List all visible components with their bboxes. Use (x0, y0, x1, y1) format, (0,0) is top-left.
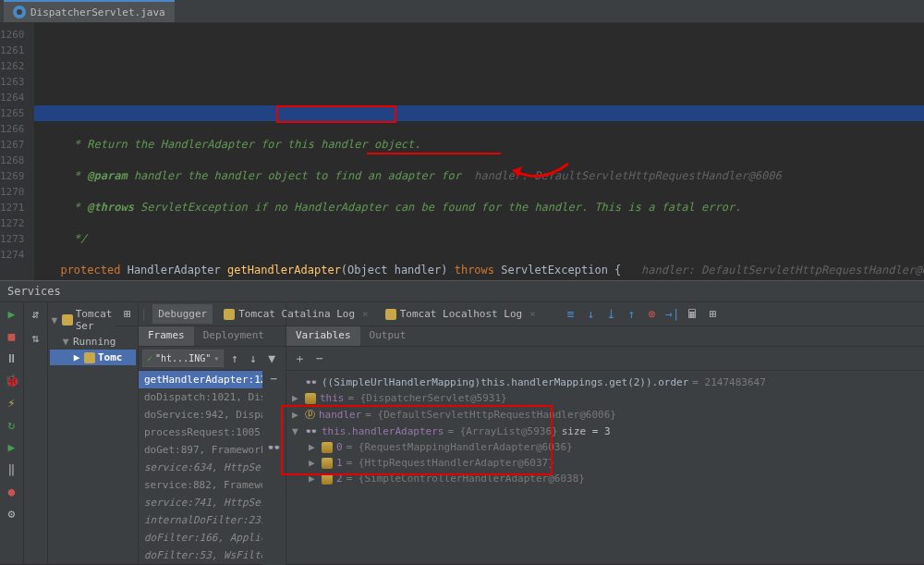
annotation-box-vars (281, 405, 553, 475)
filter-icon[interactable]: ▼ (264, 351, 279, 366)
settings-icon[interactable]: ⚙ (5, 506, 19, 521)
tree-running[interactable]: ▼Running (50, 334, 136, 350)
file-class-icon (13, 6, 26, 18)
pause-icon[interactable]: ⏸ (5, 350, 19, 365)
tomcat-icon (62, 314, 73, 325)
restart-icon[interactable]: ↻ (5, 417, 19, 432)
step-out-icon[interactable]: ↑ (625, 307, 639, 322)
stop-icon[interactable]: ■ (5, 328, 19, 343)
editor-tab-bar: DispatcherServlet.java (0, 0, 924, 23)
tab-catalina-log[interactable]: Tomcat Catalina Log× (218, 304, 373, 324)
force-step-icon[interactable]: ⤓ (604, 307, 619, 322)
view-breakpoints-icon[interactable]: ● (5, 484, 19, 498)
annotation-underline (367, 153, 501, 154)
next-frame-icon[interactable]: ↓ (246, 351, 261, 366)
drop-frame-icon[interactable]: ⊗ (645, 307, 660, 322)
add-watch-icon[interactable]: ＋ (292, 351, 307, 366)
var-watch[interactable]: 👓((SimpleUrlHandlerMapping)this.handlerM… (292, 375, 918, 390)
debug-icon[interactable]: 🐞 (5, 373, 19, 387)
tab-deployment[interactable]: Deployment (194, 326, 274, 346)
tab-dispatcherservlet[interactable]: DispatcherServlet.java (4, 0, 175, 22)
tomcat-icon (385, 309, 396, 320)
services-tree[interactable]: ▼Tomcat Ser ▼Running ▶Tomc (48, 302, 139, 564)
minus-icon[interactable]: − (267, 371, 282, 386)
object-icon (305, 393, 316, 404)
services-panel-title[interactable]: Services (0, 280, 924, 302)
run-to-cursor-icon[interactable]: →| (665, 307, 680, 322)
tab-label: DispatcherServlet.java (30, 6, 165, 18)
evaluate-icon[interactable]: 🖩 (686, 307, 700, 322)
tree-instance[interactable]: ▶Tomc (50, 350, 136, 365)
line-gutter: 126012611262 126312641265 126612671268 1… (0, 23, 34, 280)
grid-icon[interactable]: ⊞ (120, 307, 135, 322)
tab-variables[interactable]: Variables (286, 326, 360, 346)
run-toolbar: ▶ ■ ⏸ 🐞 ⚡ ↻ ▶ ‖ ● ⚙ (0, 302, 24, 564)
tomcat-icon (84, 352, 95, 363)
layout-icon[interactable]: ⊞ (706, 307, 721, 322)
step-into-icon[interactable]: ↓ (584, 307, 599, 322)
breakpoint-highlight (34, 105, 925, 121)
tab-frames[interactable]: Frames (139, 326, 194, 346)
prev-frame-icon[interactable]: ↑ (227, 351, 242, 366)
rerun-icon[interactable]: ▶ (5, 306, 19, 321)
tomcat-icon (224, 309, 235, 320)
collapse-icon[interactable]: ⇅ (29, 330, 43, 345)
tab-debugger[interactable]: Debugger (152, 304, 213, 324)
step-over-icon[interactable]: ≡ (564, 307, 578, 322)
thunder-icon[interactable]: ⚡ (5, 395, 19, 410)
tab-output[interactable]: Output (360, 326, 416, 346)
glasses-icon: 👓 (305, 376, 318, 388)
expand-icon[interactable]: ⇵ (29, 306, 43, 321)
var-this[interactable]: ▶this = {DispatcherServlet@5931} (292, 390, 918, 406)
glasses-icon[interactable]: 👓 (267, 441, 281, 454)
code-area[interactable]: * Return the HandlerAdapter for this han… (34, 23, 925, 280)
resume-icon[interactable]: ▶ (5, 439, 19, 454)
services-toolbar: ⇵ ⇅ (24, 302, 48, 564)
pause-program-icon[interactable]: ‖ (5, 461, 19, 476)
annotation-box-method (276, 105, 396, 123)
remove-watch-icon[interactable]: − (312, 351, 327, 366)
editor[interactable]: 126012611262 126312641265 126612671268 1… (0, 23, 924, 280)
tab-localhost-log[interactable]: Tomcat Localhost Log× (380, 304, 541, 324)
thread-selector[interactable]: ✓"ht...ING"▾ (142, 350, 224, 367)
